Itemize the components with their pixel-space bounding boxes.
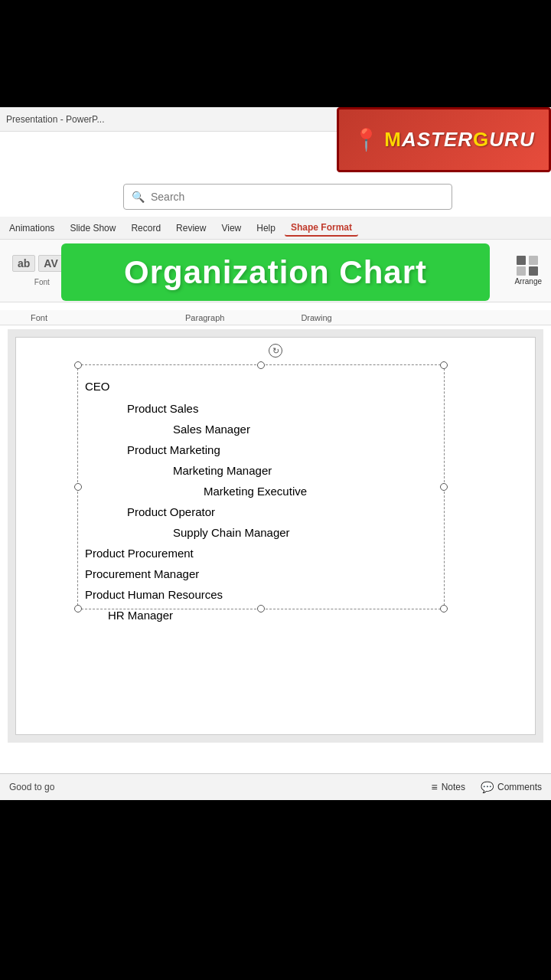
- product-operator: Product Operator Supply Chain Manager: [85, 501, 307, 543]
- handle-top-left[interactable]: [74, 361, 82, 369]
- product-hr-label: Product Human Resources: [85, 584, 307, 605]
- menu-bar: Animations Slide Show Record Review View…: [0, 217, 551, 240]
- status-text: Good to go: [9, 782, 54, 792]
- toolbar-labels: Font Paragraph Drawing: [0, 310, 551, 325]
- black-top-bar: [0, 0, 551, 107]
- org-chart-banner: Organization Chart: [61, 243, 490, 301]
- status-bar: Good to go ≡ Notes 💬 Comments: [0, 773, 551, 800]
- black-bottom-bar: [0, 800, 551, 980]
- comments-icon: 💬: [481, 781, 494, 793]
- comments-label: Comments: [497, 782, 542, 792]
- masterguru-logo: 📍 MASTERGURU: [337, 107, 551, 172]
- comments-button[interactable]: 💬 Comments: [481, 781, 542, 793]
- procurement-manager-label: Procurement Manager: [85, 564, 307, 584]
- menu-view[interactable]: View: [215, 220, 247, 236]
- font-label: Font: [34, 278, 50, 286]
- paragraph-section-label: Paragraph: [185, 313, 224, 322]
- font-ab-button[interactable]: ab: [12, 255, 35, 272]
- banner-text: Organization Chart: [124, 254, 427, 291]
- search-icon: 🔍: [132, 191, 145, 203]
- title-bar-text: Presentation - PowerP...: [6, 114, 105, 125]
- menu-record[interactable]: Record: [125, 220, 167, 236]
- menu-review[interactable]: Review: [170, 220, 212, 236]
- org-chart-content: CEO Product Sales Sales Manager Product …: [85, 376, 307, 626]
- status-right-controls: ≡ Notes 💬 Comments: [431, 781, 542, 793]
- drawing-section-label: Drawing: [301, 313, 331, 322]
- menu-help[interactable]: Help: [250, 220, 282, 236]
- arrange-button[interactable]: Arrange: [511, 253, 545, 289]
- powerpoint-window: Presentation - PowerP... 📍 MASTERGURU 🔍 …: [0, 0, 551, 835]
- search-input[interactable]: [151, 191, 444, 203]
- product-sales: Product Sales Sales Manager: [85, 398, 307, 439]
- handle-top-mid[interactable]: [257, 361, 265, 369]
- product-procurement: Product Procurement Procurement Manager: [85, 543, 307, 584]
- arrange-label: Arrange: [514, 277, 542, 286]
- notes-button[interactable]: ≡ Notes: [431, 781, 465, 793]
- menu-shape-format[interactable]: Shape Format: [285, 220, 358, 237]
- notes-label: Notes: [442, 782, 465, 792]
- font-section-label: Font: [31, 313, 47, 322]
- slide-area: ↻ CEO Product Sales Sales Manager: [8, 329, 543, 743]
- sales-manager-label: Sales Manager: [127, 419, 307, 439]
- logo-text: MASTERGURU: [384, 128, 534, 152]
- supply-chain-manager-label: Supply Chain Manager: [127, 522, 307, 543]
- product-operator-label: Product Operator: [127, 501, 307, 522]
- handle-top-right[interactable]: [440, 361, 448, 369]
- search-bar[interactable]: 🔍: [123, 184, 452, 210]
- ceo-label: CEO: [85, 376, 307, 397]
- menu-slideshow[interactable]: Slide Show: [64, 220, 122, 236]
- handle-mid-left[interactable]: [74, 483, 82, 491]
- marketing-manager-label: Marketing Manager: [127, 460, 307, 481]
- product-sales-label: Product Sales: [127, 398, 307, 419]
- product-hr: Product Human Resources HR Manager: [85, 584, 307, 626]
- logo-pin-icon: 📍: [353, 127, 380, 152]
- marketing-executive-label: Marketing Executive: [127, 481, 307, 501]
- handle-mid-right[interactable]: [440, 483, 448, 491]
- rotate-handle[interactable]: ↻: [269, 344, 282, 358]
- slide-canvas[interactable]: ↻ CEO Product Sales Sales Manager: [15, 337, 536, 735]
- handle-bot-right[interactable]: [440, 605, 448, 612]
- product-marketing-label: Product Marketing: [127, 439, 307, 460]
- arrange-icon: [517, 256, 540, 276]
- menu-animations[interactable]: Animations: [3, 220, 60, 236]
- product-marketing: Product Marketing Marketing Manager Mark…: [85, 439, 307, 501]
- notes-icon: ≡: [431, 781, 437, 793]
- handle-bot-left[interactable]: [74, 605, 82, 612]
- product-procurement-label: Product Procurement: [85, 543, 307, 564]
- hr-manager-label: HR Manager: [85, 605, 307, 626]
